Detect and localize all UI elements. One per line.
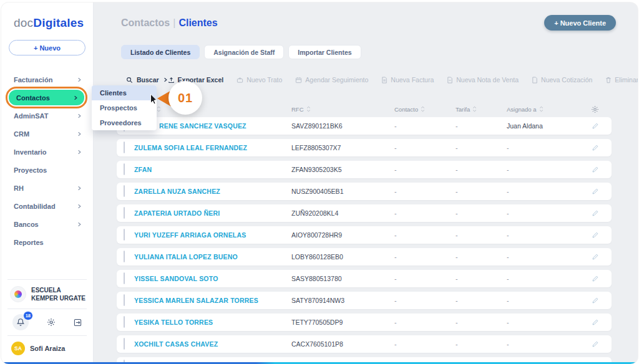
client-name-link[interactable]: ZULEMA SOFIA LEAL FERNANDEZ: [134, 144, 291, 151]
sidebar-item-inventario[interactable]: Inventario: [1, 143, 93, 161]
client-name-link[interactable]: YURI YUZEFF ARRIAGA ORNELAS: [134, 231, 291, 239]
edit-row-button[interactable]: [578, 297, 612, 304]
edit-row-button[interactable]: [578, 145, 612, 151]
sidebar-item-rh[interactable]: RH: [1, 179, 93, 197]
client-name-link[interactable]: XOCHILT CASAS CHAVEZ: [134, 340, 291, 348]
edit-row-button[interactable]: [578, 341, 612, 348]
action-label: Nueva Nota de Venta: [456, 76, 519, 84]
user-avatar: SA: [11, 342, 25, 355]
column-header-contacto[interactable]: Contacto: [394, 106, 456, 113]
sidebar-footer: ESCUELA KEMPER URGATE 18 SA Sofi Araiza: [1, 279, 93, 364]
logout-button[interactable]: [74, 318, 82, 327]
asignado-value: Juan Aldana: [507, 122, 578, 130]
row-checkbox[interactable]: [124, 185, 125, 197]
annotation-step-badge: 01: [168, 81, 202, 115]
tarifa-value: -: [456, 318, 507, 326]
table-body: RENE SANCHEZ VASQUEZSAVZ890121BK6--Juan …: [117, 117, 612, 364]
row-checkbox[interactable]: [124, 272, 125, 284]
sidebar-item-contabilidad[interactable]: Contabilidad: [1, 197, 93, 215]
pencil-icon: [592, 232, 598, 239]
search-dropdown-toggle[interactable]: Buscar: [126, 76, 168, 84]
client-name-link[interactable]: RENE SANCHEZ VASQUEZ: [134, 122, 291, 130]
tab-asignacion-de-staff[interactable]: Asignación de Staff: [204, 45, 284, 59]
row-checkbox[interactable]: [124, 338, 125, 350]
gear-icon: [47, 318, 56, 327]
edit-row-button[interactable]: [578, 232, 612, 239]
sidebar-item-proyectos[interactable]: Proyectos: [1, 161, 93, 179]
column-header-asignado-a[interactable]: Asignado a: [507, 106, 578, 113]
sidebar-item-label: Contabilidad: [14, 203, 56, 210]
table-row: RENE SANCHEZ VASQUEZSAVZ890121BK6--Juan …: [117, 117, 612, 135]
pencil-icon: [592, 188, 598, 195]
sidebar-item-adminsat[interactable]: AdminSAT: [1, 107, 93, 125]
notification-badge: 18: [23, 311, 33, 320]
company-account[interactable]: ESCUELA KEMPER URGATE: [1, 280, 93, 309]
row-checkbox[interactable]: [124, 229, 125, 241]
contacto-value: -: [394, 253, 456, 261]
quote-icon: [532, 77, 538, 84]
edit-row-button[interactable]: [578, 319, 612, 326]
client-name-link[interactable]: YISSEL SANDOVAL SOTO: [134, 275, 291, 282]
row-checkbox[interactable]: [124, 294, 125, 306]
dropdown-item-proveedores[interactable]: Proveedores: [92, 115, 157, 130]
tarifa-value: -: [456, 209, 507, 217]
row-checkbox[interactable]: [124, 141, 125, 153]
edit-row-button[interactable]: [578, 188, 612, 195]
sort-icon[interactable]: [539, 106, 544, 112]
tab-importar-clientes[interactable]: Importar Clientes: [288, 45, 361, 59]
trash-icon: [605, 77, 612, 84]
asignado-value: -: [507, 253, 578, 261]
rfc-value: AIOY800728HR9: [291, 231, 394, 239]
sidebar-item-reportes[interactable]: Reportes: [1, 233, 93, 251]
table-row: YURI YUZEFF ARRIAGA ORNELASAIOY800728HR9…: [117, 226, 612, 244]
client-name-link[interactable]: ZFAN: [134, 166, 291, 173]
logout-icon: [74, 318, 82, 327]
sidebar-item-contactos[interactable]: Contactos: [9, 90, 84, 105]
app-window: docDigitales + Nuevo FacturaciónContacto…: [1, 2, 638, 364]
new-button[interactable]: + Nuevo: [9, 40, 85, 55]
column-settings-button[interactable]: [578, 105, 612, 113]
table-row: ZAPATERIA URTADO ÑERIZUÑ920208KL4---: [117, 204, 612, 222]
app-logo[interactable]: docDigitales: [1, 2, 93, 30]
client-name-link[interactable]: YULIANA ITALIA LOPEZ BUENO: [134, 253, 291, 261]
client-name-link[interactable]: YESSICA MARLEN SALAZAR TORRES: [134, 297, 291, 304]
row-checkbox[interactable]: [124, 207, 125, 219]
sort-icon[interactable]: [306, 106, 311, 112]
column-header-tarifa[interactable]: Tarifa: [456, 106, 507, 113]
breadcrumb-parent[interactable]: Contactos: [121, 17, 170, 28]
sidebar-icon-bar: 18: [1, 309, 93, 335]
settings-button[interactable]: [47, 318, 56, 327]
sidebar-item-bancos[interactable]: Bancos: [1, 215, 93, 233]
column-label: RFC: [291, 106, 304, 113]
edit-row-button[interactable]: [578, 210, 612, 217]
row-checkbox[interactable]: [124, 316, 125, 328]
client-name-link[interactable]: YESIKA TELLO TORRES: [134, 318, 291, 326]
chevron-right-icon: [77, 204, 82, 209]
edit-row-button[interactable]: [578, 166, 612, 173]
note-icon: [447, 77, 453, 84]
sidebar-item-crm[interactable]: CRM: [1, 125, 93, 143]
edit-row-button[interactable]: [578, 123, 612, 130]
client-name-link[interactable]: ZARELLA NUZA SANCHEZ: [134, 188, 291, 195]
user-account[interactable]: SA Sofi Araiza: [1, 336, 93, 364]
action-exportar-excel[interactable]: Exportar Excel: [168, 76, 224, 84]
new-client-button[interactable]: + Nuevo Cliente: [544, 15, 616, 31]
sidebar-item-facturacion[interactable]: Facturación: [1, 70, 93, 89]
edit-row-button[interactable]: [578, 275, 612, 282]
edit-row-button[interactable]: [578, 254, 612, 261]
client-name-link[interactable]: ZAPATERIA URTADO ÑERI: [134, 209, 291, 217]
notifications-button[interactable]: 18: [12, 314, 29, 330]
row-checkbox[interactable]: [124, 251, 125, 262]
sort-icon[interactable]: [421, 106, 425, 112]
invoice-icon: [381, 77, 388, 84]
column-header-rfc[interactable]: RFC: [291, 106, 394, 113]
sort-icon[interactable]: [472, 106, 477, 112]
tab-listado-de-clientes[interactable]: Listado de Clientes: [121, 45, 200, 59]
row-checkbox[interactable]: [124, 163, 125, 175]
dropdown-item-prospectos[interactable]: Prospectos: [92, 100, 157, 115]
pencil-icon: [592, 341, 598, 348]
tarifa-value: -: [456, 275, 507, 282]
table-row: ZFANZFAN9305203K5---: [117, 161, 612, 178]
logo-suffix: Digitales: [33, 16, 84, 29]
dropdown-item-clientes[interactable]: Clientes: [92, 85, 157, 100]
